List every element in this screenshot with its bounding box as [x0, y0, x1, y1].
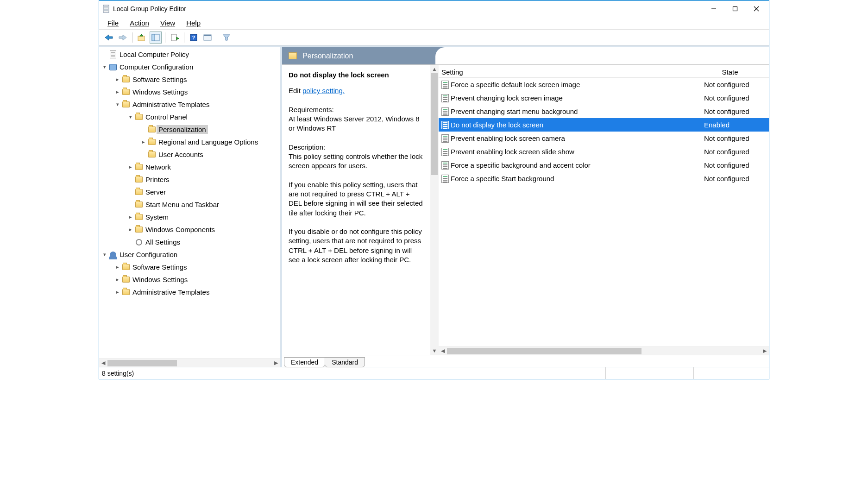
- scroll-down-icon[interactable]: ▼: [430, 346, 439, 355]
- tree-cc-software[interactable]: ▸ Software Settings: [99, 73, 280, 86]
- tab-standard[interactable]: Standard: [325, 357, 365, 367]
- setting-name: Prevent enabling lock screen camera: [450, 134, 691, 142]
- tree-system[interactable]: ▸ System: [99, 211, 280, 223]
- svg-marker-21: [223, 35, 230, 40]
- help-button[interactable]: ?: [188, 31, 200, 44]
- setting-row[interactable]: Prevent changing lock screen imageNot co…: [439, 91, 769, 105]
- setting-icon: [439, 121, 450, 129]
- scroll-thumb[interactable]: [107, 360, 177, 366]
- properties-button[interactable]: [201, 31, 214, 44]
- menu-action[interactable]: Action: [124, 18, 155, 28]
- scroll-left-icon[interactable]: ◀: [99, 360, 107, 366]
- maximize-button[interactable]: [724, 2, 746, 16]
- policy-tree[interactable]: Local Computer Policy ▾ Computer Configu…: [99, 47, 280, 359]
- tree-user-config[interactable]: ▾ User Configuration: [99, 248, 280, 261]
- description-body-3: If you disable or do not configure this …: [289, 227, 424, 264]
- tree-personalization[interactable]: Personalization: [99, 123, 280, 136]
- nav-back-button[interactable]: [103, 31, 115, 44]
- scroll-left-icon[interactable]: ◀: [439, 348, 447, 354]
- col-state-header[interactable]: State: [691, 68, 769, 76]
- show-hide-tree-button[interactable]: [150, 31, 162, 44]
- folder-icon: [147, 139, 157, 145]
- edit-policy-link[interactable]: policy setting.: [302, 87, 345, 94]
- tree-hscrollbar[interactable]: ◀ ▶: [99, 359, 280, 367]
- export-list-button[interactable]: [169, 31, 181, 44]
- svg-rect-11: [138, 36, 145, 41]
- setting-row[interactable]: Force a specific background and accent c…: [439, 158, 769, 172]
- filter-button[interactable]: [220, 31, 233, 44]
- col-setting-header[interactable]: Setting: [439, 68, 691, 76]
- svg-text:?: ?: [192, 35, 195, 40]
- settings-list-wrap: ▲ ▼ Setting State Force a specific defau…: [430, 65, 769, 355]
- computer-icon: [108, 64, 118, 70]
- expand-icon[interactable]: ▸: [114, 264, 121, 270]
- tree-control-panel[interactable]: ▾ Control Panel: [99, 111, 280, 123]
- scroll-track[interactable]: [447, 348, 761, 354]
- list-hscrollbar[interactable]: ◀ ▶: [439, 346, 769, 355]
- setting-row[interactable]: Prevent changing start menu backgroundNo…: [439, 105, 769, 118]
- svg-rect-14: [152, 34, 155, 41]
- nav-forward-button[interactable]: [117, 31, 129, 44]
- tree-cc-windows[interactable]: ▸ Windows Settings: [99, 86, 280, 98]
- tree-computer-config[interactable]: ▾ Computer Configuration: [99, 61, 280, 73]
- title-bar: Local Group Policy Editor: [99, 1, 769, 17]
- collapse-icon[interactable]: ▾: [101, 252, 108, 258]
- tree-uc-windows[interactable]: ▸ Windows Settings: [99, 273, 280, 286]
- setting-row[interactable]: Prevent enabling lock screen cameraNot c…: [439, 132, 769, 145]
- setting-name: Prevent changing lock screen image: [450, 94, 691, 102]
- scroll-track[interactable]: [430, 73, 439, 346]
- tree-printers[interactable]: Printers: [99, 173, 280, 186]
- collapse-icon[interactable]: ▾: [101, 64, 108, 70]
- tree-all-settings[interactable]: All Settings: [99, 236, 280, 248]
- expand-icon[interactable]: ▸: [114, 76, 121, 82]
- setting-row[interactable]: Do not display the lock screenEnabled: [439, 118, 769, 132]
- expand-icon[interactable]: ▸: [114, 89, 121, 95]
- menu-file[interactable]: File: [102, 18, 124, 28]
- tree-windows-components[interactable]: ▸ Windows Components: [99, 223, 280, 236]
- expand-icon[interactable]: ▸: [127, 214, 134, 220]
- tree-pane: Local Computer Policy ▾ Computer Configu…: [99, 47, 282, 367]
- tree-uc-admin[interactable]: ▸ Administrative Templates: [99, 286, 280, 298]
- tree-start-menu[interactable]: Start Menu and Taskbar: [99, 198, 280, 211]
- up-folder-button[interactable]: [136, 31, 148, 44]
- tree-uc-software[interactable]: ▸ Software Settings: [99, 261, 280, 273]
- setting-state: Not configured: [691, 175, 769, 183]
- expand-icon[interactable]: ▸: [114, 277, 121, 283]
- svg-rect-20: [204, 35, 211, 36]
- tree-label: System: [144, 213, 170, 221]
- menu-help[interactable]: Help: [181, 18, 206, 28]
- scroll-track[interactable]: [107, 360, 272, 366]
- setting-row[interactable]: Force a specific Start backgroundNot con…: [439, 172, 769, 185]
- close-button[interactable]: [746, 2, 767, 16]
- svg-marker-12: [139, 34, 143, 36]
- expand-icon[interactable]: ▸: [127, 164, 134, 170]
- tree-server[interactable]: Server: [99, 186, 280, 198]
- setting-name: Force a specific background and accent c…: [450, 161, 691, 169]
- body: Local Computer Policy ▾ Computer Configu…: [99, 45, 769, 367]
- setting-row[interactable]: Force a specific default lock screen ima…: [439, 78, 769, 91]
- tree-root[interactable]: Local Computer Policy: [99, 48, 280, 61]
- tree-network[interactable]: ▸ Network: [99, 161, 280, 173]
- expand-icon[interactable]: ▸: [127, 227, 134, 233]
- setting-row[interactable]: Prevent enabling lock screen slide showN…: [439, 145, 769, 158]
- scroll-thumb[interactable]: [431, 73, 438, 175]
- scroll-up-icon[interactable]: ▲: [430, 65, 439, 73]
- scroll-right-icon[interactable]: ▶: [761, 348, 769, 354]
- scroll-right-icon[interactable]: ▶: [272, 360, 280, 366]
- expand-icon[interactable]: ▸: [140, 139, 147, 145]
- menu-view[interactable]: View: [155, 18, 181, 28]
- menu-bar: File Action View Help: [99, 17, 769, 30]
- scroll-thumb[interactable]: [447, 348, 642, 354]
- collapse-icon[interactable]: ▾: [114, 101, 121, 107]
- minimize-button[interactable]: [703, 2, 724, 16]
- collapse-icon[interactable]: ▾: [127, 114, 134, 120]
- tree-regional-options[interactable]: ▸ Regional and Language Options: [99, 136, 280, 148]
- tree-label: Network: [144, 163, 173, 171]
- list-vscrollbar[interactable]: ▲ ▼: [430, 65, 439, 355]
- expand-icon[interactable]: ▸: [114, 289, 121, 295]
- view-tabs: Extended Standard: [282, 355, 769, 367]
- tree-user-accounts[interactable]: User Accounts: [99, 148, 280, 161]
- setting-state: Enabled: [691, 121, 769, 129]
- tree-cc-admin-templates[interactable]: ▾ Administrative Templates: [99, 98, 280, 111]
- tab-extended[interactable]: Extended: [284, 357, 325, 367]
